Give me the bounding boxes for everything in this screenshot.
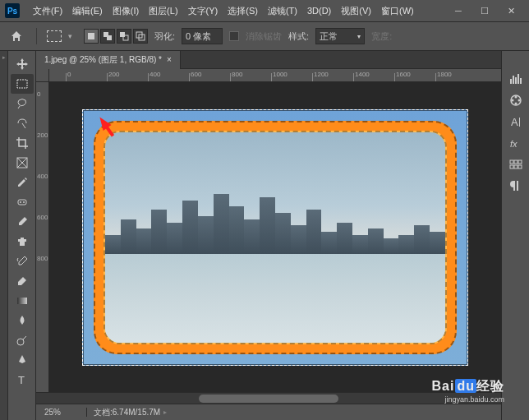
svg-point-24	[511, 99, 513, 102]
collapse-left-icon[interactable]: ▸	[1, 54, 7, 61]
tab-title: 1.jpeg @ 25% (图层 1, RGB/8) *	[44, 54, 162, 66]
paragraph-panel-icon[interactable]	[504, 176, 527, 196]
svg-rect-2	[107, 35, 112, 40]
menu-window[interactable]: 窗口(W)	[376, 2, 419, 21]
watermark: Baidu经验 jingyan.baidu.com	[432, 378, 504, 404]
svg-rect-33	[518, 165, 522, 168]
history-brush-tool[interactable]	[11, 252, 34, 271]
antialias-checkbox[interactable]	[229, 31, 239, 41]
workspace: ▸ T 1.jpeg @ 25% (图层 1, RGB/8) * × 02004…	[0, 51, 529, 420]
antialias-label: 消除锯齿	[246, 30, 282, 43]
svg-rect-9	[18, 200, 26, 205]
eraser-tool[interactable]	[11, 271, 34, 291]
minimize-button[interactable]: ─	[445, 2, 472, 19]
eyedropper-tool[interactable]	[11, 173, 34, 192]
ruler-corner	[36, 69, 49, 82]
svg-rect-26	[519, 118, 520, 127]
tool-preset-dropdown[interactable]: ▾	[68, 32, 72, 40]
maximize-button[interactable]: ☐	[472, 2, 498, 19]
lasso-tool[interactable]	[11, 94, 34, 113]
selection-subtract[interactable]	[117, 29, 131, 44]
brush-tool[interactable]	[11, 212, 34, 232]
svg-rect-18	[518, 74, 519, 84]
swatches-panel-icon[interactable]	[504, 155, 527, 174]
document-tab[interactable]: 1.jpeg @ 25% (图层 1, RGB/8) * ×	[36, 51, 181, 69]
menu-filter[interactable]: 滤镜(T)	[263, 2, 302, 21]
gradient-tool[interactable]	[11, 291, 34, 311]
menu-file[interactable]: 文件(F)	[28, 2, 67, 21]
svg-rect-7	[17, 80, 27, 88]
zoom-level[interactable]: 25%	[41, 408, 87, 417]
separator	[36, 28, 37, 44]
svg-rect-15	[510, 79, 512, 84]
selection-mode-group	[84, 29, 148, 44]
svg-rect-31	[510, 165, 513, 168]
frame-tool[interactable]	[11, 153, 34, 173]
crop-tool[interactable]	[11, 133, 34, 153]
svg-point-13	[17, 339, 24, 345]
svg-point-22	[518, 99, 520, 102]
svg-rect-16	[513, 76, 514, 84]
svg-point-21	[514, 96, 517, 99]
watermark-brand-3: 经验	[476, 379, 504, 393]
character-panel-icon[interactable]: A	[504, 112, 527, 132]
svg-text:T: T	[18, 374, 25, 386]
ruler-horizontal[interactable]: 020040060080010001200140016001800	[49, 69, 501, 82]
canvas-viewport[interactable]	[49, 82, 501, 392]
pen-tool[interactable]	[11, 350, 34, 370]
info-chevron-icon[interactable]: ▸	[163, 408, 167, 416]
svg-rect-12	[17, 298, 27, 304]
style-dropdown[interactable]: 正常▾	[315, 28, 365, 44]
document-size[interactable]: 文档:6.74M/15.7M	[94, 407, 160, 418]
rect-marquee-tool[interactable]	[11, 74, 34, 94]
blur-tool[interactable]	[11, 311, 34, 330]
selection-new[interactable]	[84, 29, 99, 44]
menu-select[interactable]: 选择(S)	[223, 2, 263, 21]
close-button[interactable]: ✕	[498, 2, 524, 19]
canvas[interactable]	[82, 109, 468, 366]
menu-type[interactable]: 文字(Y)	[183, 2, 223, 21]
svg-rect-17	[515, 77, 517, 84]
styles-panel-icon[interactable]: fx	[504, 133, 527, 153]
quick-select-tool[interactable]	[11, 113, 34, 133]
menu-view[interactable]: 视图(V)	[336, 2, 376, 21]
svg-rect-30	[518, 160, 522, 164]
menu-3d[interactable]: 3D(D)	[302, 2, 336, 19]
menu-edit[interactable]: 编辑(E)	[67, 2, 108, 21]
close-tab-icon[interactable]: ×	[167, 55, 172, 64]
feather-input[interactable]	[182, 28, 223, 44]
tab-bar: 1.jpeg @ 25% (图层 1, RGB/8) * ×	[36, 51, 501, 69]
menu-image[interactable]: 图像(I)	[108, 2, 144, 21]
clone-tool[interactable]	[11, 232, 34, 252]
menu-layer[interactable]: 图层(L)	[144, 2, 182, 21]
width-label: 宽度:	[371, 30, 392, 43]
left-collapse-strip[interactable]: ▸	[0, 51, 8, 420]
status-bar: 25% 文档:6.74M/15.7M ▸	[36, 404, 501, 420]
selection-add[interactable]	[100, 29, 115, 44]
ruler-vertical[interactable]: 0200400600800	[36, 82, 49, 392]
selection-intersect[interactable]	[133, 29, 148, 44]
toolbox: T	[8, 51, 36, 420]
home-button[interactable]	[7, 26, 26, 46]
svg-text:fx: fx	[510, 139, 518, 149]
app-logo: Ps	[5, 3, 20, 18]
histogram-panel-icon[interactable]	[504, 69, 527, 89]
svg-point-11	[23, 201, 25, 203]
move-tool[interactable]	[11, 54, 34, 74]
svg-point-23	[514, 103, 517, 105]
type-tool[interactable]: T	[11, 370, 34, 390]
watermark-url: jingyan.baidu.com	[432, 395, 504, 404]
svg-text:A: A	[511, 116, 518, 128]
dodge-tool[interactable]	[11, 330, 34, 350]
svg-rect-28	[510, 160, 513, 164]
marching-ants-selection	[82, 109, 468, 366]
color-panel-icon[interactable]	[504, 90, 527, 110]
watermark-brand-2: du	[455, 379, 476, 393]
right-panel-dock: A fx	[501, 51, 529, 420]
tool-preset-icon[interactable]	[47, 30, 62, 42]
svg-point-10	[20, 201, 21, 203]
heal-tool[interactable]	[11, 192, 34, 212]
svg-rect-3	[120, 32, 125, 37]
titlebar: Ps 文件(F) 编辑(E) 图像(I) 图层(L) 文字(Y) 选择(S) 滤…	[0, 0, 529, 21]
svg-rect-0	[88, 33, 94, 39]
